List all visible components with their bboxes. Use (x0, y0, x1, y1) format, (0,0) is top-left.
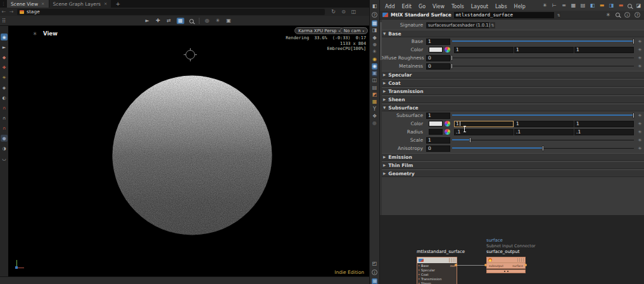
color-value-field[interactable]: 1 (574, 47, 634, 53)
input-connector-icon[interactable]: ▸ (419, 277, 420, 280)
zoom-region-icon[interactable] (189, 19, 194, 23)
parameter-scrollbar[interactable] (380, 20, 382, 215)
path-field[interactable]: stage (17, 9, 325, 15)
section-sheen[interactable]: ▶Sheen (380, 96, 644, 103)
color-swatch[interactable] (429, 121, 443, 127)
snap-grid-icon[interactable]: ▦ (177, 18, 184, 24)
options-gear-icon[interactable]: ✳ (372, 49, 377, 55)
color-swatch[interactable] (429, 47, 443, 52)
param-slider[interactable] (452, 63, 634, 70)
snapshot-icon[interactable]: ◧ (372, 3, 377, 9)
node-title-bar[interactable] (417, 257, 457, 263)
output-connector-dot[interactable] (524, 264, 527, 266)
gear-icon[interactable]: ✳ (636, 56, 644, 61)
color-wheel-icon[interactable] (445, 121, 450, 127)
panel-switch-icon[interactable]: ◪ (636, 3, 641, 9)
node-surface-output[interactable]: suboutput surface (486, 257, 526, 269)
rig-insert-icon[interactable]: ✚ (1, 64, 8, 71)
expand-arrow-icon[interactable]: ▶ (383, 155, 386, 159)
stamp-icon[interactable]: ● (1, 135, 8, 142)
expand-arrow-icon[interactable]: ▶ (383, 171, 386, 175)
gear-icon[interactable]: ✳ (636, 121, 644, 127)
section-subsurface[interactable]: ▼Subsurface (380, 104, 644, 111)
magnet-c-icon[interactable]: ∩ (1, 125, 8, 132)
input-connector-dot[interactable] (484, 264, 487, 266)
move-mode-icon[interactable]: ✚ (155, 18, 161, 24)
param-value-field[interactable]: 1 (426, 137, 450, 144)
slider-handle[interactable] (633, 113, 635, 118)
view-grid-icon[interactable]: ▦ (372, 20, 377, 27)
select-arrow-icon[interactable]: ► (1, 44, 8, 51)
param-slider[interactable] (452, 112, 634, 119)
renderer-selector-button[interactable]: Karma XPU Persp ▾ (294, 27, 344, 34)
help-circle-icon[interactable]: ? (372, 12, 377, 18)
tab-scene-graph-layers[interactable]: Scene Graph Layers × (49, 0, 111, 8)
input-connector-icon[interactable]: ▸ (419, 264, 420, 267)
dim-dot-icon[interactable]: ● (372, 120, 377, 127)
param-slider[interactable] (452, 38, 634, 45)
material-shade-icon[interactable]: ◫ (372, 77, 377, 83)
network-grid-icon[interactable]: ⊞ (372, 278, 377, 284)
color-value-field[interactable]: 1 (454, 47, 514, 53)
split-pane-icon[interactable]: ◫ (351, 9, 357, 15)
gear-icon[interactable]: ✳ (636, 47, 644, 52)
node-flag-bar[interactable] (486, 269, 526, 273)
sync-icon[interactable]: ↻ (331, 9, 336, 15)
secure-selection-icon[interactable]: ◉ (1, 34, 8, 40)
signature-dropdown[interactable]: surfacesurfaceshader (1.0.1) (426, 22, 489, 28)
build-wrench-icon[interactable]: ✳ (542, 3, 548, 9)
close-icon[interactable]: × (104, 1, 107, 6)
gear-icon[interactable]: ✳ (636, 39, 644, 44)
param-value-field[interactable]: 0 (426, 63, 450, 70)
list-view-icon[interactable]: ≡ (561, 3, 567, 9)
slider-handle[interactable] (451, 63, 453, 69)
param-value-field[interactable]: 0 (426, 145, 450, 152)
up-axis-icon[interactable]: Y (372, 106, 377, 113)
expand-arrow-icon[interactable]: ▶ (383, 97, 386, 101)
grid-handle-icon[interactable]: ⠿ (2, 18, 6, 24)
collapse-arrow-icon[interactable]: ▼ (383, 106, 386, 109)
pane-max-icon[interactable]: ◨ (372, 27, 377, 34)
color-value-field[interactable]: 1 (514, 47, 574, 53)
tree-view-icon[interactable]: ⊢ (552, 3, 557, 9)
node-mtlxstandard-surface[interactable]: ▸Baseout▸Specular▸Coat▸Transmission▸Shee… (417, 257, 457, 284)
new-tab-button[interactable]: + (111, 0, 124, 8)
section-geometry[interactable]: ▶Geometry (380, 170, 644, 177)
param-value-field[interactable]: 0 (426, 55, 450, 61)
search-icon[interactable] (628, 4, 632, 8)
node-blue-icon[interactable]: ◨ (609, 3, 614, 9)
render-view-icon[interactable]: ▣ (226, 18, 232, 24)
menu-help[interactable]: Help (514, 4, 526, 9)
gear-icon[interactable]: ✳ (636, 130, 644, 135)
param-value-field[interactable]: 1 (426, 113, 450, 119)
section-thin-film[interactable]: ▶Thin Film (380, 161, 644, 169)
pin-icon[interactable]: ⊙ (341, 9, 346, 15)
gear-icon[interactable]: ✳ (636, 113, 644, 118)
menu-labs[interactable]: Labs (495, 4, 507, 9)
input-connector-icon[interactable]: ▸ (419, 273, 420, 276)
select-mode-icon[interactable]: ► (144, 18, 150, 24)
param-slider[interactable] (452, 137, 634, 144)
param-slider[interactable] (452, 54, 634, 61)
pose-brush-icon[interactable]: ◈ (1, 84, 8, 91)
mirror-icon[interactable]: ◑ (1, 145, 8, 152)
key-lamp-icon[interactable]: ◉ (372, 56, 377, 63)
menu-layout[interactable]: Layout (471, 4, 488, 9)
forward-button[interactable]: → (8, 9, 15, 15)
slider-handle[interactable] (451, 55, 453, 61)
texture-layer-icon[interactable]: ▤ (372, 85, 377, 91)
gear-icon[interactable]: ✳ (636, 64, 644, 69)
grid-large-icon[interactable]: ▦ (571, 3, 576, 9)
slider-handle[interactable] (469, 137, 471, 143)
pane-corner-icon[interactable]: ◰ (372, 261, 377, 267)
section-transmission[interactable]: ▶Transmission (380, 87, 644, 95)
uv-checker-icon[interactable]: ▦ (372, 99, 377, 105)
display-gear-icon[interactable]: ✳ (215, 18, 221, 24)
handle-mode-icon[interactable]: ⇄ (166, 18, 172, 24)
name-spinner-icon[interactable]: ⇅ (557, 12, 561, 18)
slider-handle[interactable] (542, 145, 544, 151)
network-editor[interactable]: mtlxstandard_surface ▸Baseout▸Specular▸C… (380, 215, 644, 284)
collapse-arrow-icon[interactable]: ▼ (383, 32, 386, 35)
color-swatch[interactable] (429, 129, 443, 135)
character-pick-icon[interactable]: ✳ (1, 74, 8, 81)
